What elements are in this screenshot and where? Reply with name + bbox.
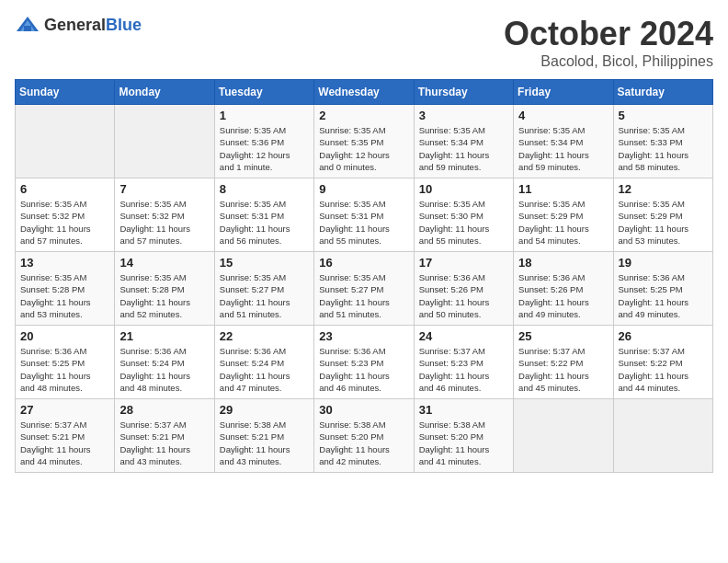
calendar-day-cell: 21Sunrise: 5:36 AM Sunset: 5:24 PM Dayli… bbox=[115, 326, 214, 399]
day-detail: Sunrise: 5:36 AM Sunset: 5:24 PM Dayligh… bbox=[220, 345, 309, 394]
weekday-header-cell: Wednesday bbox=[314, 80, 414, 105]
calendar-day-cell: 26Sunrise: 5:37 AM Sunset: 5:22 PM Dayli… bbox=[613, 326, 712, 399]
day-detail: Sunrise: 5:38 AM Sunset: 5:21 PM Dayligh… bbox=[220, 419, 309, 467]
day-number: 24 bbox=[419, 329, 508, 343]
day-detail: Sunrise: 5:36 AM Sunset: 5:26 PM Dayligh… bbox=[419, 271, 508, 320]
calendar-day-cell: 14Sunrise: 5:35 AM Sunset: 5:28 PM Dayli… bbox=[115, 252, 214, 326]
day-detail: Sunrise: 5:36 AM Sunset: 5:25 PM Dayligh… bbox=[20, 345, 109, 394]
calendar-day-cell: 31Sunrise: 5:38 AM Sunset: 5:20 PM Dayli… bbox=[414, 399, 513, 473]
calendar-day-cell: 17Sunrise: 5:36 AM Sunset: 5:26 PM Dayli… bbox=[414, 252, 513, 326]
month-title: October 2024 bbox=[504, 15, 713, 53]
calendar-day-cell bbox=[115, 105, 214, 178]
day-number: 3 bbox=[419, 109, 508, 122]
calendar-day-cell: 28Sunrise: 5:37 AM Sunset: 5:21 PM Dayli… bbox=[115, 399, 214, 473]
calendar-week-row: 27Sunrise: 5:37 AM Sunset: 5:21 PM Dayli… bbox=[16, 399, 713, 473]
header: GeneralBlue October 2024 Bacolod, Bicol,… bbox=[15, 15, 713, 70]
day-detail: Sunrise: 5:35 AM Sunset: 5:34 PM Dayligh… bbox=[419, 124, 508, 173]
calendar-day-cell: 24Sunrise: 5:37 AM Sunset: 5:23 PM Dayli… bbox=[414, 326, 513, 399]
calendar-day-cell: 23Sunrise: 5:36 AM Sunset: 5:23 PM Dayli… bbox=[314, 326, 414, 399]
day-detail: Sunrise: 5:37 AM Sunset: 5:22 PM Dayligh… bbox=[518, 345, 608, 394]
day-detail: Sunrise: 5:35 AM Sunset: 5:33 PM Dayligh… bbox=[619, 124, 708, 173]
day-number: 15 bbox=[220, 256, 309, 270]
day-number: 17 bbox=[419, 256, 508, 270]
calendar-day-cell: 22Sunrise: 5:36 AM Sunset: 5:24 PM Dayli… bbox=[214, 326, 313, 399]
day-detail: Sunrise: 5:38 AM Sunset: 5:20 PM Dayligh… bbox=[419, 419, 508, 467]
calendar-day-cell: 1Sunrise: 5:35 AM Sunset: 5:36 PM Daylig… bbox=[214, 105, 313, 178]
calendar-day-cell: 19Sunrise: 5:36 AM Sunset: 5:25 PM Dayli… bbox=[613, 252, 712, 326]
day-detail: Sunrise: 5:37 AM Sunset: 5:21 PM Dayligh… bbox=[20, 419, 109, 467]
day-number: 26 bbox=[619, 329, 708, 343]
day-number: 7 bbox=[119, 182, 209, 196]
day-number: 6 bbox=[20, 182, 109, 196]
day-number: 1 bbox=[220, 109, 309, 122]
day-number: 27 bbox=[20, 403, 109, 417]
day-number: 31 bbox=[419, 403, 508, 417]
day-detail: Sunrise: 5:37 AM Sunset: 5:21 PM Dayligh… bbox=[119, 419, 209, 467]
day-detail: Sunrise: 5:35 AM Sunset: 5:31 PM Dayligh… bbox=[220, 198, 309, 247]
day-number: 13 bbox=[20, 256, 109, 270]
calendar-day-cell: 13Sunrise: 5:35 AM Sunset: 5:28 PM Dayli… bbox=[16, 252, 115, 326]
calendar-day-cell: 20Sunrise: 5:36 AM Sunset: 5:25 PM Dayli… bbox=[16, 326, 115, 399]
calendar-day-cell: 10Sunrise: 5:35 AM Sunset: 5:30 PM Dayli… bbox=[414, 178, 513, 252]
day-detail: Sunrise: 5:35 AM Sunset: 5:30 PM Dayligh… bbox=[419, 198, 508, 247]
calendar-week-row: 6Sunrise: 5:35 AM Sunset: 5:32 PM Daylig… bbox=[16, 178, 713, 252]
weekday-header-cell: Saturday bbox=[613, 80, 712, 105]
logo-text: GeneralBlue bbox=[44, 16, 142, 35]
calendar-day-cell bbox=[613, 399, 712, 473]
day-detail: Sunrise: 5:35 AM Sunset: 5:32 PM Dayligh… bbox=[119, 198, 209, 247]
logo-icon bbox=[15, 15, 40, 35]
calendar-day-cell: 29Sunrise: 5:38 AM Sunset: 5:21 PM Dayli… bbox=[214, 399, 313, 473]
calendar-day-cell: 16Sunrise: 5:35 AM Sunset: 5:27 PM Dayli… bbox=[314, 252, 414, 326]
day-detail: Sunrise: 5:35 AM Sunset: 5:34 PM Dayligh… bbox=[518, 124, 608, 173]
day-detail: Sunrise: 5:36 AM Sunset: 5:23 PM Dayligh… bbox=[319, 345, 408, 394]
day-number: 11 bbox=[518, 182, 608, 196]
calendar-day-cell bbox=[514, 399, 613, 473]
calendar-day-cell: 9Sunrise: 5:35 AM Sunset: 5:31 PM Daylig… bbox=[314, 178, 414, 252]
weekday-header-cell: Tuesday bbox=[214, 80, 313, 105]
day-detail: Sunrise: 5:37 AM Sunset: 5:22 PM Dayligh… bbox=[619, 345, 708, 394]
calendar-day-cell: 15Sunrise: 5:35 AM Sunset: 5:27 PM Dayli… bbox=[214, 252, 313, 326]
calendar-body: 1Sunrise: 5:35 AM Sunset: 5:36 PM Daylig… bbox=[16, 105, 713, 473]
day-number: 29 bbox=[220, 403, 309, 417]
calendar-day-cell: 11Sunrise: 5:35 AM Sunset: 5:29 PM Dayli… bbox=[514, 178, 613, 252]
calendar-day-cell: 4Sunrise: 5:35 AM Sunset: 5:34 PM Daylig… bbox=[514, 105, 613, 178]
day-number: 25 bbox=[518, 329, 608, 343]
calendar-table: SundayMondayTuesdayWednesdayThursdayFrid… bbox=[15, 79, 713, 473]
calendar-day-cell: 25Sunrise: 5:37 AM Sunset: 5:22 PM Dayli… bbox=[514, 326, 613, 399]
weekday-header-row: SundayMondayTuesdayWednesdayThursdayFrid… bbox=[16, 80, 713, 105]
day-number: 5 bbox=[619, 109, 708, 122]
calendar-day-cell bbox=[16, 105, 115, 178]
day-detail: Sunrise: 5:36 AM Sunset: 5:26 PM Dayligh… bbox=[518, 271, 608, 320]
svg-rect-2 bbox=[24, 26, 31, 31]
day-number: 21 bbox=[119, 329, 209, 343]
weekday-header-cell: Sunday bbox=[16, 80, 115, 105]
weekday-header-cell: Thursday bbox=[414, 80, 513, 105]
day-number: 30 bbox=[319, 403, 408, 417]
weekday-header-cell: Friday bbox=[514, 80, 613, 105]
weekday-header-cell: Monday bbox=[115, 80, 214, 105]
calendar-day-cell: 18Sunrise: 5:36 AM Sunset: 5:26 PM Dayli… bbox=[514, 252, 613, 326]
day-detail: Sunrise: 5:36 AM Sunset: 5:24 PM Dayligh… bbox=[119, 345, 209, 394]
day-detail: Sunrise: 5:35 AM Sunset: 5:28 PM Dayligh… bbox=[119, 271, 209, 320]
day-detail: Sunrise: 5:35 AM Sunset: 5:35 PM Dayligh… bbox=[319, 124, 408, 173]
day-number: 8 bbox=[220, 182, 309, 196]
day-number: 20 bbox=[20, 329, 109, 343]
day-number: 22 bbox=[220, 329, 309, 343]
day-detail: Sunrise: 5:35 AM Sunset: 5:27 PM Dayligh… bbox=[220, 271, 309, 320]
calendar-day-cell: 30Sunrise: 5:38 AM Sunset: 5:20 PM Dayli… bbox=[314, 399, 414, 473]
calendar-week-row: 20Sunrise: 5:36 AM Sunset: 5:25 PM Dayli… bbox=[16, 326, 713, 399]
day-number: 2 bbox=[319, 109, 408, 122]
calendar-day-cell: 6Sunrise: 5:35 AM Sunset: 5:32 PM Daylig… bbox=[16, 178, 115, 252]
day-detail: Sunrise: 5:35 AM Sunset: 5:36 PM Dayligh… bbox=[220, 124, 309, 173]
calendar-day-cell: 3Sunrise: 5:35 AM Sunset: 5:34 PM Daylig… bbox=[414, 105, 513, 178]
day-number: 19 bbox=[619, 256, 708, 270]
calendar-day-cell: 12Sunrise: 5:35 AM Sunset: 5:29 PM Dayli… bbox=[613, 178, 712, 252]
logo: GeneralBlue bbox=[15, 15, 142, 35]
day-number: 14 bbox=[119, 256, 209, 270]
calendar-day-cell: 5Sunrise: 5:35 AM Sunset: 5:33 PM Daylig… bbox=[613, 105, 712, 178]
title-area: October 2024 Bacolod, Bicol, Philippines bbox=[504, 15, 713, 70]
day-number: 9 bbox=[319, 182, 408, 196]
calendar-day-cell: 8Sunrise: 5:35 AM Sunset: 5:31 PM Daylig… bbox=[214, 178, 313, 252]
day-detail: Sunrise: 5:35 AM Sunset: 5:29 PM Dayligh… bbox=[518, 198, 608, 247]
calendar-day-cell: 27Sunrise: 5:37 AM Sunset: 5:21 PM Dayli… bbox=[16, 399, 115, 473]
